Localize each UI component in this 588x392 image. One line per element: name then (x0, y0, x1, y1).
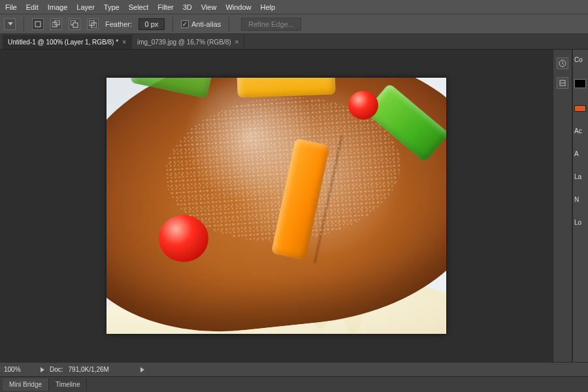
document-tab-2[interactable]: img_0739.jpg @ 16,7% (RGB/8) × (132, 35, 244, 49)
document-tabs: Untitled-1 @ 100% (Layer 1, RGB/8) * × i… (0, 34, 588, 50)
bottom-panels: Mini Bridge Timeline (0, 376, 588, 392)
menu-view[interactable]: View (201, 3, 217, 11)
menu-3d[interactable]: 3D (183, 3, 192, 11)
foreground-color-swatch[interactable] (574, 79, 586, 88)
document-tab-label: Untitled-1 @ 100% (Layer 1, RGB/8) * (8, 39, 118, 46)
selection-mode-add[interactable] (50, 18, 62, 30)
selection-mode-intersect[interactable] (87, 18, 99, 30)
canvas-area[interactable] (0, 50, 553, 362)
menu-help[interactable]: Help (261, 3, 276, 11)
selection-mode-subtract[interactable] (69, 18, 80, 30)
feather-input[interactable] (139, 18, 165, 30)
workspace: Co Ac A La N Lo (0, 50, 588, 362)
doc-size-label: Doc: (50, 366, 63, 373)
tab-timeline[interactable]: Timeline (49, 378, 87, 391)
panel-tab-lock[interactable]: Lo (574, 219, 587, 226)
collapsed-dock (553, 50, 572, 362)
separator (229, 17, 229, 31)
menu-edit[interactable]: Edit (26, 3, 39, 11)
image-candied-orange (237, 78, 336, 98)
zoom-popup-icon[interactable] (41, 367, 44, 372)
panel-tab-color[interactable]: Co (574, 56, 587, 63)
svg-rect-0 (35, 22, 41, 27)
panel-tab-add[interactable]: A (574, 150, 587, 157)
panel-tab-normal[interactable]: N (574, 196, 587, 203)
menu-file[interactable]: File (5, 3, 17, 11)
document-tab-1[interactable]: Untitled-1 @ 100% (Layer 1, RGB/8) * × (3, 35, 132, 49)
history-panel-icon[interactable] (557, 57, 568, 69)
antialias-checkbox[interactable]: ✓ Anti-alias (181, 20, 221, 28)
menu-filter[interactable]: Filter (157, 3, 173, 11)
doc-size-value: 791,0K/1,26M (69, 366, 109, 373)
image-cherry (159, 215, 208, 262)
menu-layer[interactable]: Layer (76, 3, 95, 11)
tool-preset-dropdown[interactable] (4, 18, 16, 30)
tab-mini-bridge[interactable]: Mini Bridge (3, 378, 49, 391)
accent-color-swatch[interactable] (574, 105, 586, 112)
zoom-field[interactable]: 100% (4, 366, 35, 373)
menu-bar: File Edit Image Layer Type Select Filter… (0, 0, 588, 14)
right-panels: Co Ac A La N Lo (572, 50, 588, 362)
feather-label: Feather: (105, 20, 132, 28)
check-icon: ✓ (181, 20, 189, 28)
svg-rect-4 (73, 23, 78, 27)
document-tab-label: img_0739.jpg @ 16,7% (RGB/8) (137, 39, 231, 46)
document-canvas[interactable] (106, 78, 446, 334)
separator (24, 17, 24, 31)
refine-edge-button[interactable]: Refine Edge... (241, 18, 301, 31)
close-tab-icon[interactable]: × (235, 39, 239, 46)
separator (172, 17, 173, 31)
panel-tab-adjustments[interactable]: Ac (574, 127, 587, 135)
close-tab-icon[interactable]: × (122, 39, 126, 46)
properties-panel-icon[interactable] (557, 77, 568, 89)
status-menu-icon[interactable] (140, 367, 144, 372)
menu-image[interactable]: Image (48, 3, 68, 11)
menu-select[interactable]: Select (129, 3, 149, 11)
options-bar: Feather: ✓ Anti-alias Refine Edge... (0, 14, 588, 34)
selection-mode-new[interactable] (32, 18, 44, 30)
chevron-down-icon (8, 22, 13, 25)
status-bar: 100% Doc: 791,0K/1,26M (0, 362, 588, 376)
panel-tab-layers[interactable]: La (574, 173, 587, 180)
menu-type[interactable]: Type (104, 3, 120, 11)
image-cherry (348, 91, 378, 120)
antialias-label: Anti-alias (191, 20, 221, 28)
menu-window[interactable]: Window (225, 3, 251, 11)
